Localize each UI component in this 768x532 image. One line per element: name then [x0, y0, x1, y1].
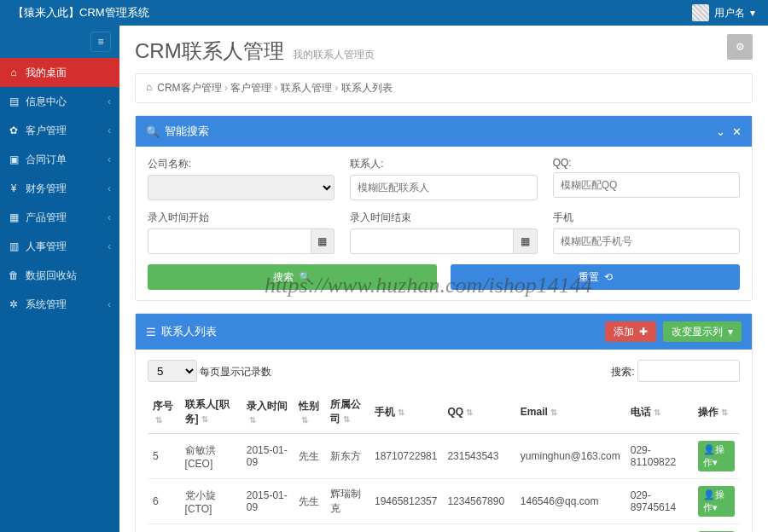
- table-cell: 029-81109822: [625, 434, 694, 479]
- reset-button[interactable]: 重置 ⟲: [451, 264, 740, 290]
- sidebar-toggle[interactable]: ≡: [90, 32, 111, 52]
- page-subtitle: 我的联系人管理页: [293, 48, 375, 62]
- list-icon: ☰: [146, 326, 156, 338]
- end-date-label: 录入时间结束: [350, 211, 537, 225]
- phone-input[interactable]: [553, 228, 740, 254]
- column-header[interactable]: 手机⇅: [369, 390, 442, 434]
- gear-icon[interactable]: ⚙: [727, 34, 753, 60]
- sidebar-item-3[interactable]: ▣合同订单‹: [0, 145, 119, 174]
- table-cell: 18700765273: [369, 524, 442, 533]
- column-header[interactable]: Email⇅: [515, 390, 625, 434]
- sort-icon: ⇅: [398, 408, 404, 417]
- menu-icon: ▤: [9, 95, 19, 107]
- chevron-left-icon: ‹: [108, 182, 111, 194]
- sort-icon: ⇅: [721, 408, 728, 417]
- column-header[interactable]: 电话⇅: [625, 390, 694, 434]
- table-cell: 先生: [294, 479, 326, 524]
- sidebar-item-2[interactable]: ✿客户管理‹: [0, 116, 119, 145]
- table-cell: 5: [148, 434, 180, 479]
- calendar-icon[interactable]: ▦: [514, 228, 538, 254]
- collapse-icon[interactable]: ⌄: [716, 125, 725, 138]
- search-icon: 🔍: [299, 271, 311, 283]
- sidebar-item-label: 财务管理: [26, 182, 67, 196]
- sort-icon: ⇅: [343, 414, 350, 424]
- sidebar-item-6[interactable]: ▥人事管理‹: [0, 232, 119, 261]
- column-header[interactable]: 性别⇅: [294, 390, 326, 434]
- add-button[interactable]: 添加 ✚: [605, 321, 656, 342]
- table-cell: 1234567890: [442, 479, 515, 524]
- sidebar-item-7[interactable]: 🗑数据回收站: [0, 261, 119, 290]
- sidebar-item-label: 我的桌面: [26, 66, 67, 80]
- breadcrumb-item[interactable]: CRM客户管理: [157, 82, 221, 94]
- qq-input[interactable]: [553, 172, 740, 198]
- row-action-button[interactable]: 👤操作▾: [698, 486, 735, 517]
- menu-icon: 🗑: [9, 269, 19, 281]
- sidebar-item-label: 客户管理: [26, 124, 67, 138]
- menu-icon: ▦: [9, 211, 19, 223]
- contacts-table: 序号⇅联系人[职务]⇅录入时间⇅性别⇅所属公司⇅手机⇅QQ⇅Email⇅电话⇅操…: [148, 390, 740, 532]
- sort-icon: ⇅: [301, 415, 308, 425]
- breadcrumb: ⌂ CRM客户管理 › 客户管理 › 联系人管理 › 联系人列表: [135, 73, 753, 103]
- page-size-select[interactable]: 5: [148, 360, 197, 382]
- chevron-down-icon: ▾: [728, 326, 733, 338]
- list-panel-title: 联系人列表: [161, 324, 217, 339]
- calendar-icon[interactable]: ▦: [311, 228, 335, 254]
- column-header[interactable]: 序号⇅: [148, 390, 180, 434]
- contact-input[interactable]: [350, 175, 537, 200]
- filter-input[interactable]: [637, 360, 740, 382]
- columns-button[interactable]: 改变显示列 ▾: [663, 321, 742, 342]
- table-row: 6党小旋[CTO]2015-01-09先生辉瑞制克194658123571234…: [148, 479, 740, 524]
- table-cell: 吴尚艺[一哥]: [180, 524, 241, 533]
- search-button[interactable]: 搜索 🔍: [148, 264, 437, 290]
- company-select[interactable]: [148, 175, 335, 200]
- table-row: 5俞敏洪[CEO]2015-01-09先生新东方1871072298123154…: [148, 434, 740, 479]
- table-cell: 2014-09-13: [241, 524, 294, 533]
- row-action-button[interactable]: 👤操作▾: [698, 441, 735, 471]
- chevron-left-icon: ‹: [108, 95, 111, 107]
- chevron-left-icon: ‹: [108, 153, 111, 165]
- sidebar-item-label: 数据回收站: [26, 269, 77, 283]
- user-menu[interactable]: 用户名 ▾: [692, 4, 755, 21]
- breadcrumb-item[interactable]: 联系人列表: [341, 82, 393, 94]
- column-header[interactable]: 录入时间⇅: [241, 390, 294, 434]
- table-cell: 党小旋[CTO]: [180, 479, 241, 524]
- sidebar-item-label: 系统管理: [26, 298, 67, 312]
- end-date-input[interactable]: [350, 228, 514, 254]
- chevron-left-icon: ‹: [108, 211, 111, 223]
- home-icon[interactable]: ⌂: [146, 81, 152, 95]
- phone-label: 手机: [553, 211, 740, 225]
- column-header[interactable]: 操作⇅: [693, 390, 740, 434]
- breadcrumb-item[interactable]: 客户管理: [230, 82, 271, 94]
- sort-icon: ⇅: [249, 415, 256, 425]
- table-cell: 0917-8224692: [625, 524, 694, 533]
- sort-icon: ⇅: [155, 415, 162, 425]
- table-row: 2吴尚艺[一哥]2014-09-13女士西安欧畅1870076527318998…: [148, 524, 740, 533]
- table-cell: 新东方: [325, 434, 369, 479]
- column-header[interactable]: QQ⇅: [442, 390, 515, 434]
- menu-icon: ✿: [9, 124, 19, 136]
- search-panel-title: 智能搜索: [165, 124, 209, 139]
- search-icon: 🔍: [146, 125, 160, 138]
- table-cell: 189984562: [442, 524, 515, 533]
- start-date-label: 录入时间开始: [148, 211, 335, 225]
- column-header[interactable]: 联系人[职务]⇅: [180, 390, 241, 434]
- close-icon[interactable]: ✕: [732, 125, 742, 138]
- sidebar-item-8[interactable]: ✲系统管理‹: [0, 290, 119, 319]
- sidebar-item-5[interactable]: ▦产品管理‹: [0, 203, 119, 232]
- avatar: [692, 4, 709, 21]
- menu-icon: ⌂: [9, 66, 19, 78]
- table-cell: 西安欧畅: [325, 524, 369, 533]
- page-size-label: 每页显示记录数: [200, 366, 271, 378]
- table-cell: 女士: [294, 524, 326, 533]
- sidebar-item-1[interactable]: ▤信息中心‹: [0, 87, 119, 116]
- refresh-icon: ⟲: [604, 271, 613, 283]
- column-header[interactable]: 所属公司⇅: [325, 390, 369, 434]
- breadcrumb-item[interactable]: 联系人管理: [281, 82, 332, 94]
- menu-icon: ¥: [9, 182, 19, 194]
- plus-icon: ✚: [639, 326, 648, 338]
- start-date-input[interactable]: [148, 228, 311, 254]
- table-cell: 146546@qq.com: [515, 479, 625, 524]
- sidebar-item-4[interactable]: ¥财务管理‹: [0, 174, 119, 203]
- sort-icon: ⇅: [466, 408, 473, 417]
- sidebar-item-0[interactable]: ⌂我的桌面: [0, 58, 119, 87]
